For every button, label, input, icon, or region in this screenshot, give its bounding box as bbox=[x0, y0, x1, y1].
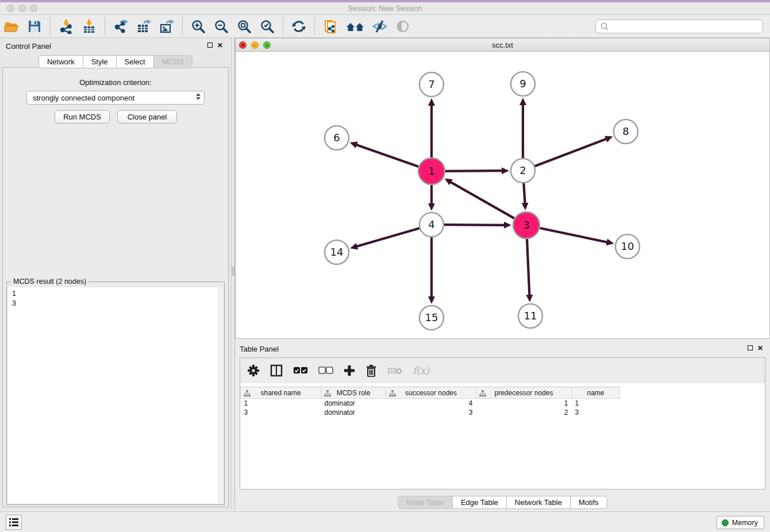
cell-MCDS-role[interactable]: dominator bbox=[321, 408, 386, 417]
cp-tab-select[interactable]: Select bbox=[117, 55, 154, 68]
cell-name[interactable]: 3 bbox=[572, 408, 620, 417]
column-header-predecessor-nodes[interactable]: predecessor nodes bbox=[476, 387, 572, 399]
table-panel-float-icon[interactable] bbox=[748, 345, 753, 352]
plus-icon bbox=[344, 365, 355, 376]
node-table: shared nameMCDS rolesuccessor nodesprede… bbox=[240, 387, 620, 417]
column-type-icon bbox=[389, 390, 396, 397]
clone-network-icon bbox=[323, 19, 338, 34]
graph-edge-1-2[interactable] bbox=[445, 171, 503, 171]
cell-successor-nodes[interactable]: 4 bbox=[386, 399, 476, 408]
eye-disabled-icon bbox=[395, 19, 411, 34]
table-panel-close-icon[interactable]: ✕ bbox=[757, 345, 763, 352]
delete-column-button[interactable] bbox=[365, 363, 377, 378]
graph-node-label: 3 bbox=[523, 219, 529, 231]
import-table-button[interactable] bbox=[80, 18, 98, 35]
toggle-column-view-button[interactable] bbox=[270, 363, 283, 378]
memory-label: Memory bbox=[732, 519, 758, 527]
control-panel-header: Control Panel ✕ bbox=[0, 38, 231, 54]
graph-edge-4-3[interactable] bbox=[444, 225, 506, 225]
cell-name[interactable]: 1 bbox=[572, 399, 620, 408]
tp-tab-node-table[interactable]: Node Table bbox=[398, 496, 453, 509]
graph-node-label: 14 bbox=[330, 246, 344, 258]
graph-edge-2-8[interactable] bbox=[535, 138, 608, 166]
table-row[interactable]: 1dominator411 bbox=[241, 399, 620, 408]
column-header-name[interactable]: name bbox=[572, 387, 620, 399]
control-panel-title: Control Panel bbox=[6, 42, 51, 51]
panel-splitter[interactable] bbox=[231, 38, 235, 510]
tp-tab-edge-table[interactable]: Edge Table bbox=[453, 496, 507, 509]
tp-tab-motifs[interactable]: Motifs bbox=[571, 496, 607, 509]
result-line: 1 bbox=[12, 289, 218, 299]
column-header-successor-nodes[interactable]: successor nodes bbox=[386, 387, 476, 399]
cell-successor-nodes[interactable]: 3 bbox=[386, 408, 476, 417]
memory-button[interactable]: Memory bbox=[717, 516, 764, 529]
tp-tab-network-table[interactable]: Network Table bbox=[507, 496, 571, 509]
graph-edge-arrowhead bbox=[522, 203, 529, 210]
control-panel-float-icon[interactable] bbox=[207, 42, 213, 49]
eye-slash-icon bbox=[372, 19, 388, 34]
network-canvas[interactable]: 7968124314101511 bbox=[236, 52, 769, 338]
criterion-select[interactable]: strongly connected component bbox=[26, 91, 205, 105]
result-scrollbar[interactable] bbox=[218, 287, 223, 503]
create-column-button[interactable] bbox=[344, 363, 355, 378]
zoom-fit-button[interactable] bbox=[236, 18, 253, 35]
refresh-button[interactable] bbox=[290, 18, 307, 35]
splitter-grip bbox=[232, 267, 234, 276]
show-task-history-button[interactable] bbox=[6, 515, 22, 530]
graph-node-label: 10 bbox=[621, 240, 634, 252]
export-image-button[interactable] bbox=[158, 18, 175, 35]
column-header-MCDS-role[interactable]: MCDS role bbox=[321, 387, 386, 399]
mcds-result-text[interactable]: 13 bbox=[8, 287, 218, 503]
cell-predecessor-nodes[interactable]: 2 bbox=[476, 408, 572, 417]
cell-shared-name[interactable]: 3 bbox=[241, 408, 321, 417]
unselect-all-columns-button[interactable] bbox=[318, 363, 333, 378]
graph-edge-3-1[interactable] bbox=[449, 182, 514, 218]
graph-edge-arrowhead bbox=[350, 142, 358, 148]
column-header-label: shared name bbox=[260, 389, 301, 397]
import-network-button[interactable] bbox=[57, 18, 75, 35]
delete-table-button[interactable] bbox=[387, 363, 402, 378]
column-header-label: predecessor nodes bbox=[494, 389, 553, 397]
zoom-in-button[interactable] bbox=[190, 18, 207, 35]
function-builder-button[interactable]: f(x) bbox=[413, 363, 429, 378]
table-panel-tabs: Node TableEdge TableNetwork TableMotifs bbox=[235, 496, 770, 509]
search-input[interactable] bbox=[610, 21, 763, 32]
graph-edge-4-14[interactable] bbox=[356, 228, 419, 246]
show-elements-button[interactable] bbox=[394, 18, 411, 35]
save-session-button[interactable] bbox=[26, 18, 43, 35]
main-toolbar bbox=[0, 16, 770, 38]
cell-predecessor-nodes[interactable]: 1 bbox=[476, 399, 572, 408]
table-row[interactable]: 3dominator323 bbox=[241, 408, 620, 417]
cp-tab-mcds[interactable]: MCDS bbox=[154, 55, 192, 68]
table-settings-button[interactable] bbox=[247, 363, 260, 378]
cell-shared-name[interactable]: 1 bbox=[241, 399, 321, 408]
graph-edge-1-6[interactable] bbox=[355, 144, 418, 167]
column-header-shared-name[interactable]: shared name bbox=[241, 387, 321, 399]
zoom-in-icon bbox=[191, 19, 206, 34]
export-network-button[interactable] bbox=[112, 18, 129, 35]
cp-tab-style[interactable]: Style bbox=[83, 55, 117, 68]
cp-tab-network[interactable]: Network bbox=[38, 55, 83, 68]
open-folder-icon bbox=[4, 19, 19, 34]
control-panel-tabs: NetworkStyleSelectMCDS bbox=[0, 55, 231, 68]
home-view-button[interactable] bbox=[345, 18, 365, 35]
hide-elements-button[interactable] bbox=[371, 18, 388, 35]
window-title: Session: New Session bbox=[0, 4, 770, 13]
zoom-out-button[interactable] bbox=[213, 18, 230, 35]
close-panel-button[interactable]: Close panel bbox=[117, 110, 177, 124]
zoom-fit-icon bbox=[237, 19, 252, 34]
graph-edge-3-11[interactable] bbox=[527, 239, 529, 296]
import-table-icon bbox=[82, 19, 97, 34]
cell-MCDS-role[interactable]: dominator bbox=[321, 399, 386, 408]
graph-edge-2-3[interactable] bbox=[523, 183, 525, 205]
export-table-button[interactable] bbox=[135, 18, 152, 35]
mcds-panel: Optimization criterion: strongly connect… bbox=[2, 67, 229, 507]
network-window-titlebar[interactable]: ✕ − ＋ scc.txt bbox=[236, 38, 769, 52]
select-all-columns-button[interactable] bbox=[293, 363, 308, 378]
run-mcds-button[interactable]: Run MCDS bbox=[55, 110, 110, 124]
graph-edge-3-10[interactable] bbox=[540, 228, 608, 242]
zoom-selected-button[interactable] bbox=[259, 18, 276, 35]
clone-network-button[interactable] bbox=[322, 18, 339, 35]
control-panel-close-icon[interactable]: ✕ bbox=[217, 42, 223, 49]
open-session-button[interactable] bbox=[3, 18, 20, 35]
